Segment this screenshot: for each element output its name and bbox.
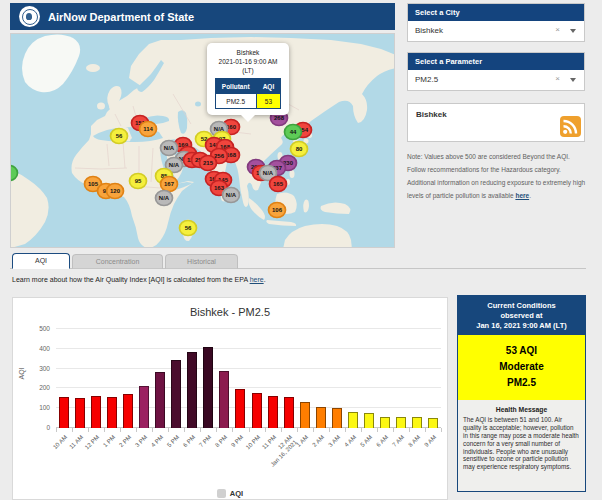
aqi-map-marker[interactable]: 106 (269, 203, 286, 218)
parameter-select-panel: Select a Parameter PM2.5 × (407, 52, 585, 91)
x-axis-label: 9 AM (353, 434, 433, 441)
chart-bar[interactable] (123, 394, 133, 428)
tab-concentration[interactable]: Concentration (72, 254, 163, 269)
x-axis-tick (313, 428, 314, 432)
svg-text:120: 120 (110, 188, 121, 194)
svg-text:167: 167 (164, 181, 175, 187)
x-axis-tick (409, 428, 410, 432)
health-message-text: The AQI is between 51 and 100. Air quali… (458, 416, 585, 471)
popup-city: Bishkek (210, 48, 286, 57)
city-select[interactable]: Bishkek × (408, 21, 584, 41)
svg-text:268: 268 (274, 115, 285, 121)
chart-bar[interactable] (203, 347, 213, 428)
x-axis-tick (152, 428, 153, 432)
x-axis-tick (361, 428, 362, 432)
chart-bar[interactable] (380, 417, 390, 428)
x-axis-tick (297, 428, 298, 432)
x-axis-tick (425, 428, 426, 432)
x-axis-tick (441, 428, 442, 432)
aqi-map-marker[interactable]: 114 (140, 122, 157, 137)
chart-bar[interactable] (364, 413, 374, 428)
chart-title: Bishkek - PM2.5 (13, 306, 447, 318)
y-axis-tick-label: 300 (39, 365, 50, 372)
chart-bar[interactable] (412, 417, 422, 428)
department-of-state-seal-icon (19, 6, 40, 27)
svg-text:215: 215 (203, 160, 214, 166)
aqi-map-marker[interactable]: 167 (161, 177, 178, 192)
chart-bar[interactable] (171, 360, 181, 428)
chart-bar[interactable] (300, 402, 310, 428)
chart-bar[interactable] (348, 412, 358, 428)
chart-bar[interactable] (59, 397, 69, 428)
aqi-map-marker[interactable]: 56 (180, 221, 197, 236)
aqi-map-marker[interactable]: N/A (223, 188, 240, 203)
aqi-category: Moderate (458, 359, 585, 375)
note-text: Note: Values above 500 are considered Be… (407, 150, 590, 202)
app-title: AirNow Department of State (48, 11, 194, 23)
svg-text:106: 106 (272, 207, 283, 213)
x-axis-tick (136, 428, 137, 432)
current-conditions-header: Current Conditions observed at Jan 16, 2… (458, 296, 585, 335)
x-axis-tick (88, 428, 89, 432)
chart-bar[interactable] (75, 398, 85, 428)
x-axis-tick (281, 428, 282, 432)
aqi-map-marker[interactable]: 80 (291, 142, 308, 157)
chart-legend[interactable]: AQI (13, 482, 447, 500)
parameter-select[interactable]: PM2.5 × (408, 70, 584, 90)
x-axis-tick (393, 428, 394, 432)
aqi-map-marker[interactable]: 215 (200, 156, 217, 171)
rss-panel: Bishkek (407, 103, 585, 142)
chart-bar[interactable] (139, 386, 149, 428)
x-axis-tick (232, 428, 233, 432)
chart-bar[interactable] (155, 372, 165, 428)
svg-text:165: 165 (273, 181, 284, 187)
chart-bar[interactable] (235, 389, 245, 428)
chevron-down-icon[interactable] (570, 29, 576, 33)
aqi-map-marker[interactable]: 165 (270, 177, 287, 192)
x-axis-tick (377, 428, 378, 432)
chart-bar[interactable] (332, 408, 342, 428)
svg-text:N/A: N/A (226, 192, 237, 198)
chart-bar[interactable] (107, 397, 117, 428)
x-axis-tick (56, 428, 57, 432)
clear-city-icon[interactable]: × (555, 26, 560, 34)
aqi-map-marker[interactable]: 95 (130, 174, 147, 189)
chart-bar[interactable] (91, 396, 101, 428)
chart-bar[interactable] (268, 396, 278, 428)
chart-bar[interactable] (252, 393, 262, 428)
aqi-map-marker[interactable]: 120 (107, 184, 124, 199)
tab-historical[interactable]: Historical (165, 254, 238, 269)
clear-parameter-icon[interactable]: × (555, 75, 560, 83)
aqi-map-marker[interactable]: N/A (161, 141, 178, 156)
epa-link[interactable]: here (250, 276, 264, 283)
aqi-map-marker[interactable]: N/A (156, 191, 173, 206)
aqi-value: 53 AQI (458, 343, 585, 359)
svg-text:44: 44 (290, 129, 297, 135)
x-axis-tick (120, 428, 121, 432)
gridline (56, 368, 441, 369)
svg-text:105: 105 (88, 181, 99, 187)
chevron-down-icon[interactable] (570, 78, 576, 82)
chart-bar[interactable] (396, 417, 406, 428)
x-axis-tick (184, 428, 185, 432)
rss-icon[interactable] (560, 116, 581, 137)
city-select-header: Select a City (408, 4, 584, 21)
note-here-link[interactable]: here (515, 192, 529, 199)
world-aqi-map[interactable]: 268151160114N/A15444565297169142168N/A80… (10, 33, 395, 248)
chart-bar[interactable] (219, 371, 229, 428)
aqi-pollutant: PM2.5 (458, 375, 585, 391)
aqi-map-marker[interactable]: 56 (111, 129, 128, 144)
chart-bar[interactable] (187, 352, 197, 428)
svg-text:N/A: N/A (263, 170, 274, 176)
app-header: AirNow Department of State (10, 3, 395, 30)
aqi-map-marker[interactable]: 44 (285, 125, 302, 140)
svg-text:163: 163 (214, 185, 225, 191)
parameter-select-value: PM2.5 (415, 75, 438, 84)
chart-bar[interactable] (316, 407, 326, 428)
parameter-select-header: Select a Parameter (408, 53, 584, 70)
tab-aqi[interactable]: AQI (12, 253, 70, 269)
legend-label: AQI (230, 489, 243, 498)
chart-bar[interactable] (428, 418, 438, 428)
x-axis-tick (72, 428, 73, 432)
chart-bar[interactable] (284, 397, 294, 428)
